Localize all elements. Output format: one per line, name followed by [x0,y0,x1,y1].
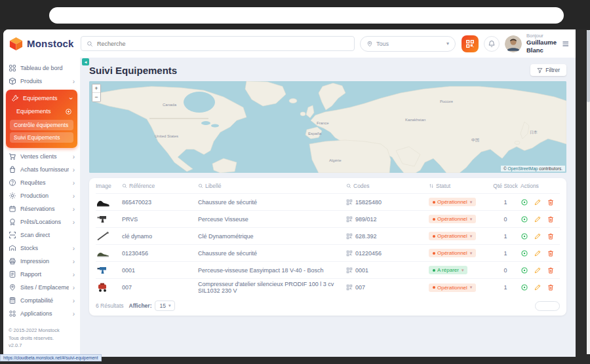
col-statut[interactable]: Statut [429,183,490,189]
status-badge[interactable]: Opérationnel▾ [429,215,476,223]
sidebar-item-equipements[interactable]: Equipements › [6,92,77,105]
locate-button[interactable] [521,232,528,240]
sidebar-item-comptabilite[interactable]: Comptabilité › [3,294,80,307]
locate-button[interactable] [521,283,528,291]
delete-button[interactable] [547,249,555,257]
trash-icon [547,283,555,291]
trash-icon [547,249,555,257]
map-zoom-out-button[interactable]: − [92,93,100,101]
col-reference[interactable]: Référence [122,183,198,189]
chevron-down-icon: ▾ [470,234,473,239]
status-badge[interactable]: Opérationnel▾ [429,198,476,206]
product-image-torque-wrench [96,231,110,242]
chevron-down-icon: ▾ [446,41,449,46]
edit-button[interactable] [534,283,541,291]
equipment-map[interactable]: Canada United States Россия Kazakhstan F… [89,81,566,173]
edit-button[interactable] [534,198,541,206]
locate-button[interactable] [521,249,528,257]
search-input[interactable] [97,41,349,47]
global-search[interactable] [81,36,355,51]
sidebar-item-label: Sites / Emplacements [20,284,69,291]
window-scrollbar[interactable] [587,30,590,354]
sidebar-item-sites-emplacements[interactable]: Sites / Emplacements › [3,281,80,294]
delete-button[interactable] [547,283,555,291]
sidebar-item-scan-direct[interactable]: Scan direct [3,228,80,242]
sidebar-subitem-controle-equipements[interactable]: Contrôle équipements [10,120,73,130]
page-size-select[interactable]: 15 ▾ [155,300,175,311]
status-badge[interactable]: Opérationnel▾ [429,232,476,240]
location-pin-icon [366,41,373,47]
status-dot [433,286,435,289]
sidebar-item-requetes[interactable]: Requêtes › [3,176,80,189]
locate-icon [521,266,528,274]
delete-button[interactable] [547,232,555,240]
sidebar-item-prets-locations[interactable]: Prêts/Locations › [3,215,80,228]
cell-qty: 1 [490,233,521,240]
delete-button[interactable] [547,266,555,274]
col-libelle[interactable]: Libellé [198,183,346,189]
qr-code-icon [346,199,353,206]
edit-button[interactable] [534,249,541,257]
sidebar-item-label: Tableau de bord [20,65,71,71]
world-map [89,81,566,173]
scan-icon [9,231,16,239]
qr-code-icon [346,284,353,291]
locate-icon [521,215,528,223]
user-photo [505,35,522,52]
status-badge[interactable]: A réparer▾ [429,266,467,274]
scan-button[interactable] [462,35,479,52]
product-image-compressor [96,282,110,293]
edit-button[interactable] [534,232,541,240]
sidebar-item-reservations[interactable]: Réservations › [3,202,80,215]
sidebar: Tableau de bord Produits › Equipements ›… [3,58,80,357]
locate-button[interactable] [521,198,528,206]
map-label: United States [155,134,178,138]
edit-button[interactable] [534,215,541,223]
cell-libelle: Chaussure de sécurité [198,199,346,206]
edit-button[interactable] [534,266,541,274]
pagination-button[interactable] [535,301,560,311]
panel-toggle-icon[interactable]: ◂ [82,58,89,65]
row-actions [521,249,560,257]
chevron-down-icon: ▾ [470,251,473,256]
browser-address-bar[interactable] [49,7,564,24]
cell-reference: clé dynamo [122,233,198,240]
scrollbar-thumb[interactable] [587,30,590,102]
delete-button[interactable] [547,198,555,206]
locate-button[interactable] [521,215,528,223]
sidebar-item-impression[interactable]: Impression › [3,255,80,268]
bell-icon [488,40,496,48]
col-codes[interactable]: Codes [346,183,429,189]
avatar[interactable] [505,35,522,52]
gear-icon [9,192,16,200]
sidebar-item-tableau-de-bord[interactable]: Tableau de bord [3,62,80,75]
sidebar-item-rapport[interactable]: Rapport › [3,268,80,281]
sidebar-item-production[interactable]: Production › [3,189,80,202]
brand-logo[interactable]: Monstock [9,36,81,51]
locate-button[interactable] [521,266,528,274]
delete-button[interactable] [547,215,555,223]
locate-icon [521,198,528,206]
chevron-right-icon: › [73,206,75,213]
trash-icon [547,266,555,274]
menu-icon[interactable] [562,39,570,49]
sidebar-subitem-suivi-equipements[interactable]: Suivi Equipements [10,132,73,143]
sidebar-item-produits[interactable]: Produits › [3,75,80,88]
sidebar-subitem-equipements[interactable]: Equipements [6,105,77,118]
sidebar-item-ventes-clients[interactable]: Ventes clients › [3,150,80,163]
notifications-button[interactable] [484,36,500,52]
sidebar-item-stocks[interactable]: Stocks › [3,242,80,255]
attribution-link[interactable]: OpenStreetMap [508,166,538,171]
calendar-icon [9,205,16,213]
chevron-right-icon: › [73,78,75,85]
sidebar-item-applications[interactable]: Applications › [3,307,80,320]
map-zoom-in-button[interactable]: + [92,84,100,93]
filter-button[interactable]: Filtrer [530,64,566,76]
locate-icon [521,283,528,291]
site-filter-select[interactable]: Tous ▾ [360,36,456,52]
status-badge[interactable]: Opérationnel▾ [429,283,476,292]
plus-circle-icon[interactable] [65,108,72,115]
table-row: 865470023 Chaussure de sécurité 15825480… [96,194,560,211]
sidebar-item-achats-fournisseurs[interactable]: Achats fournisseurs › [3,163,80,176]
status-badge[interactable]: Opérationnel▾ [429,249,476,257]
